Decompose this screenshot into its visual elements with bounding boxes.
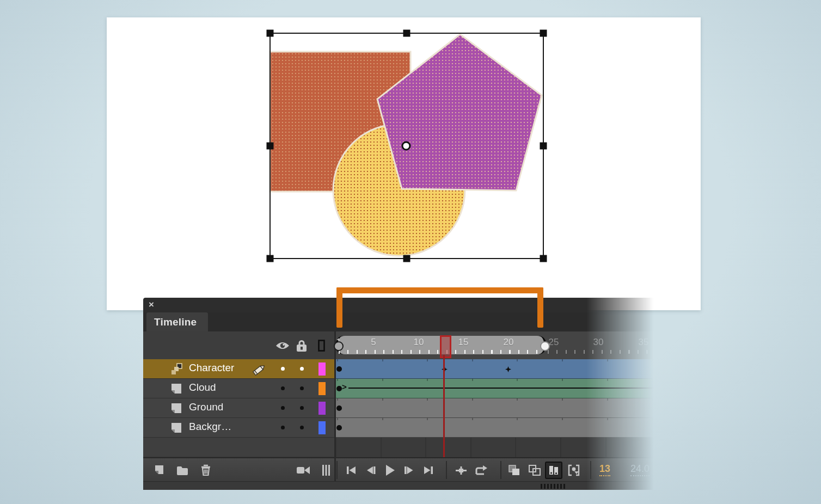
layer-row-background[interactable]: Backgr… [143,418,659,438]
layer-icon [170,421,182,434]
column-divider [334,331,336,481]
layer-icon [170,382,182,395]
onion-range-start-handle[interactable] [334,341,344,351]
delete-layer-icon[interactable] [197,462,215,479]
layer-icon [170,362,183,376]
layer-color-swatch[interactable] [318,421,326,434]
go-to-first-frame-icon[interactable] [342,462,360,479]
ruler-label: 10 [414,337,424,348]
annotation-bracket-left-leg [336,287,342,328]
panel-content: 1 5 10 15 20 25 30 35 [143,331,659,490]
empty-layer-area [143,438,335,457]
panel-bottom-strip [143,481,659,490]
edit-multiple-frames-icon[interactable] [545,462,562,479]
visibility-dot[interactable] [281,406,285,410]
timeline-ruler[interactable]: 1 5 10 15 20 25 30 35 [335,331,659,359]
handle-bottom-center[interactable] [403,255,410,262]
lock-dot[interactable] [300,367,304,371]
handle-top-center[interactable] [403,30,410,37]
lock-icon[interactable] [293,331,310,359]
camera-icon[interactable] [295,462,312,479]
resize-grip[interactable] [541,484,566,489]
visibility-dot[interactable] [281,367,285,371]
frame-rate-field[interactable]: 24.0 [630,463,650,476]
modify-markers-icon[interactable] [565,462,583,479]
ruler-label: 35 [639,337,649,348]
annotation-bracket-right-leg [537,287,543,328]
close-icon[interactable]: × [149,299,154,310]
tween-start-glyph: > [342,382,347,391]
layer-name-cell[interactable]: Cloud [143,379,335,398]
current-frame-field[interactable]: 13 [599,463,610,476]
new-folder-icon[interactable] [174,462,191,479]
layer-name: Character [189,362,234,374]
step-forward-icon[interactable] [400,462,418,479]
visibility-dot[interactable] [281,426,285,429]
layer-controls-header [143,331,335,359]
handle-bottom-left[interactable] [267,255,274,262]
keyframe-marker[interactable] [505,366,511,372]
go-to-last-frame-icon[interactable] [420,462,437,479]
layer-row-cloud[interactable]: Cloud > [143,379,659,398]
handle-mid-left[interactable] [267,143,274,150]
panel-titlebar: × [143,298,659,312]
transformation-point[interactable] [402,142,410,150]
ruler-label: 15 [458,337,469,348]
layer-name-cell[interactable]: Ground [143,398,335,418]
onion-skin-outlines-icon[interactable] [526,462,543,479]
ruler-label: 20 [504,337,514,348]
keyframe-dot[interactable] [336,386,342,391]
step-back-icon[interactable] [362,462,379,479]
empty-frames-area[interactable] [335,438,659,457]
annotation-bracket-top [336,287,543,293]
play-icon[interactable] [381,462,399,479]
onion-range-end-handle[interactable] [540,341,550,351]
ruler-label: 30 [593,337,604,348]
outline-box-icon[interactable] [313,331,329,359]
center-frame-icon[interactable] [452,462,470,479]
playhead-line [443,355,445,457]
toolbar-divider [500,461,501,479]
keyframe-dot[interactable] [336,405,342,411]
pencil-icon [251,362,267,376]
lock-dot[interactable] [300,406,304,410]
timeline-panel: × Timeline 1 5 [143,298,659,490]
layer-icon [170,402,182,415]
layer-name-cell[interactable]: Backgr… [143,418,335,438]
layer-color-swatch[interactable] [318,402,326,415]
loop-icon[interactable] [473,462,490,479]
lock-dot[interactable] [300,386,304,390]
frame-track-cloud[interactable]: > [335,379,659,398]
keyframe-dot[interactable] [336,425,342,431]
frame-track-ground[interactable] [335,398,659,418]
layer-row-character[interactable]: Character [143,359,659,379]
layer-depth-icon[interactable] [317,462,335,479]
handle-top-left[interactable] [267,30,274,37]
keyframe-dot[interactable] [336,366,342,372]
layer-name: Backgr… [189,421,231,433]
eye-icon[interactable] [274,331,291,359]
panel-tabbar: Timeline [143,312,659,331]
playhead[interactable] [440,335,451,358]
lock-dot[interactable] [300,426,304,429]
layer-row-ground[interactable]: Ground [143,398,659,418]
handle-top-right[interactable] [540,30,547,37]
new-layer-icon[interactable] [151,462,168,479]
layer-name-cell[interactable]: Character [143,359,335,379]
desktop: × Timeline 1 5 [0,0,821,504]
layer-color-swatch[interactable] [318,362,326,376]
layer-name: Ground [189,401,223,413]
layer-color-swatch[interactable] [318,382,326,395]
ruler-label: 25 [549,337,559,348]
onion-skin-icon[interactable] [506,462,523,479]
toolbar-divider [336,461,338,479]
frame-track-background[interactable] [335,418,659,438]
visibility-dot[interactable] [281,386,285,390]
toolbar-divider [590,461,591,479]
tab-timeline[interactable]: Timeline [146,312,208,331]
toolbar-divider [446,461,447,479]
handle-bottom-right[interactable] [540,255,547,262]
frame-track-character[interactable] [335,359,659,379]
handle-mid-right[interactable] [540,143,547,150]
layer-name: Cloud [189,382,216,394]
